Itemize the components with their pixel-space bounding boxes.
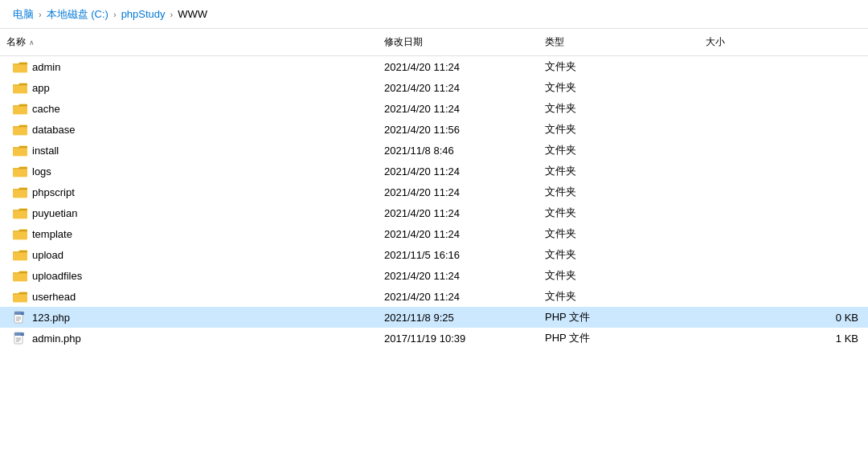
file-name-cell: admin.php [0,328,378,349]
folder-icon [13,144,27,157]
file-type: PHP 文件 [538,307,699,328]
table-row[interactable]: admin 2021/4/20 11:24 文件夹 [0,56,868,77]
file-name-cell: admin [0,56,378,77]
file-size [699,182,868,202]
file-name: 123.php [32,312,70,324]
file-size [699,77,868,98]
file-modified: 2021/11/8 8:46 [378,140,538,161]
folder-icon [13,123,27,136]
col-header-name[interactable]: 名称 ∧ [0,32,378,52]
file-explorer: 名称 ∧ 修改日期 类型 大小 admin 2021/4/20 11:24 文件… [0,29,868,349]
col-header-type[interactable]: 类型 [538,32,699,52]
breadcrumb-sep-1: › [39,10,42,19]
file-modified: 2021/4/20 11:24 [378,98,538,119]
table-row[interactable]: database 2021/4/20 11:56 文件夹 [0,119,868,140]
file-name-cell: cache [0,98,378,119]
breadcrumb-item-phpstudy[interactable]: phpStudy [121,8,166,20]
file-list: admin 2021/4/20 11:24 文件夹 app 2021/4/20 … [0,56,868,349]
file-name-cell: install [0,140,378,161]
table-row[interactable]: 123.php 2021/11/8 9:25 PHP 文件 0 KB [0,307,868,328]
col-header-modified-label: 修改日期 [384,35,423,49]
file-name-cell: app [0,77,378,98]
file-name: template [32,228,72,240]
table-row[interactable]: admin.php 2017/11/19 10:39 PHP 文件 1 KB [0,328,868,349]
file-type: 文件夹 [538,182,699,202]
sort-arrow-icon: ∧ [29,39,35,47]
file-name: phpscript [32,186,75,198]
file-name: logs [32,165,51,177]
file-size [699,286,868,307]
file-type: 文件夹 [538,202,699,223]
file-size: 1 KB [699,328,868,349]
table-row[interactable]: phpscript 2021/4/20 11:24 文件夹 [0,182,868,202]
folder-icon [13,227,27,240]
file-modified: 2021/4/20 11:56 [378,119,538,140]
file-size [699,140,868,161]
col-header-size[interactable]: 大小 [699,32,868,52]
table-row[interactable]: upload 2021/11/5 16:16 文件夹 [0,244,868,265]
file-name-cell: template [0,223,378,244]
col-header-modified[interactable]: 修改日期 [378,32,538,52]
file-name-cell: database [0,119,378,140]
file-name: upload [32,249,63,261]
folder-icon [13,60,27,73]
breadcrumb-item-computer[interactable]: 电脑 [13,7,34,22]
table-row[interactable]: template 2021/4/20 11:24 文件夹 [0,223,868,244]
table-row[interactable]: userhead 2021/4/20 11:24 文件夹 [0,286,868,307]
php-file-icon [13,311,27,324]
file-name-cell: upload [0,244,378,265]
folder-icon [13,248,27,261]
folder-icon [13,290,27,303]
file-modified: 2021/4/20 11:24 [378,161,538,182]
file-name: userhead [32,291,76,303]
breadcrumb-item-c[interactable]: 本地磁盘 (C:) [47,7,108,22]
file-name: app [32,82,50,94]
table-row[interactable]: app 2021/4/20 11:24 文件夹 [0,77,868,98]
file-type: PHP 文件 [538,328,699,349]
file-size [699,202,868,223]
file-size [699,119,868,140]
table-row[interactable]: install 2021/11/8 8:46 文件夹 [0,140,868,161]
file-name: admin [32,61,60,73]
file-name-cell: phpscript [0,182,378,202]
file-modified: 2021/11/8 9:25 [378,307,538,328]
table-row[interactable]: logs 2021/4/20 11:24 文件夹 [0,161,868,182]
file-modified: 2021/4/20 11:24 [378,265,538,286]
table-row[interactable]: cache 2021/4/20 11:24 文件夹 [0,98,868,119]
file-modified: 2021/4/20 11:24 [378,223,538,244]
file-name-cell: 123.php [0,307,378,328]
breadcrumb-sep-2: › [113,10,117,19]
breadcrumb-sep-3: › [170,10,174,19]
file-modified: 2017/11/19 10:39 [378,328,538,349]
file-name: uploadfiles [32,270,82,282]
file-size [699,161,868,182]
file-size [699,223,868,244]
file-size [699,265,868,286]
file-name: install [32,145,59,157]
folder-icon [13,186,27,198]
folder-icon [13,165,27,177]
file-modified: 2021/4/20 11:24 [378,77,538,98]
file-type: 文件夹 [538,223,699,244]
col-header-type-label: 类型 [545,35,564,49]
file-modified: 2021/4/20 11:24 [378,56,538,77]
folder-icon [13,81,27,94]
column-headers: 名称 ∧ 修改日期 类型 大小 [0,29,868,56]
file-type: 文件夹 [538,244,699,265]
file-name: admin.php [32,333,81,345]
file-size [699,244,868,265]
breadcrumb-item-www: WWW [178,8,207,20]
file-type: 文件夹 [538,140,699,161]
file-type: 文件夹 [538,286,699,307]
file-type: 文件夹 [538,265,699,286]
file-size: 0 KB [699,307,868,328]
file-modified: 2021/4/20 11:24 [378,286,538,307]
file-name-cell: puyuetian [0,202,378,223]
file-type: 文件夹 [538,77,699,98]
file-modified: 2021/11/5 16:16 [378,244,538,265]
file-name-cell: logs [0,161,378,182]
table-row[interactable]: puyuetian 2021/4/20 11:24 文件夹 [0,202,868,223]
col-header-size-label: 大小 [706,35,725,49]
file-name: cache [32,103,60,115]
table-row[interactable]: uploadfiles 2021/4/20 11:24 文件夹 [0,265,868,286]
